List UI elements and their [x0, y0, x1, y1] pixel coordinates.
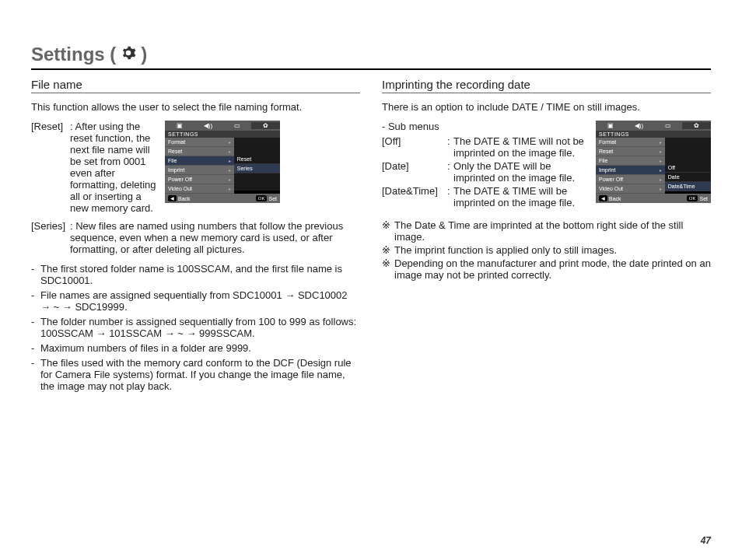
sub-text-off: The DATE & TIME will not be imprinted on…: [453, 135, 591, 159]
menu-sub-item: [234, 146, 280, 155]
menu-main-list: Format▸ Reset▸ File▸ Imprint▸ Power Off▸…: [596, 138, 665, 194]
chevron-right-icon: ▸: [660, 177, 662, 182]
def-label-reset: [Reset]: [31, 121, 70, 214]
back-key-icon: ◀: [168, 195, 177, 201]
menu-tabs: ▣ ◀)) ▭ ✿: [165, 121, 280, 131]
gear-icon: [121, 44, 136, 65]
menu-item: File▸: [596, 156, 665, 166]
display-icon: ▭: [222, 122, 251, 129]
menu-sub-item: [665, 146, 711, 155]
title-suffix: ): [141, 44, 147, 65]
display-icon: ▭: [653, 122, 682, 129]
camera-icon: ▣: [596, 122, 625, 129]
page-title-row: Settings ( ): [31, 44, 711, 70]
submenus-head: - Sub menus: [382, 121, 591, 132]
definitions-text: [Reset] : After using the reset function…: [31, 121, 160, 214]
menu-item: Power Off▸: [165, 175, 234, 184]
menu-sub-list: Off Date Date&Time: [665, 138, 711, 194]
chevron-right-icon: ▸: [660, 139, 662, 145]
sound-icon: ◀)): [194, 122, 222, 129]
imprint-submenus: - Sub menus [Off] : The DATE & TIME will…: [382, 121, 711, 210]
menu-sub-item: Date: [665, 173, 711, 182]
sub-text-date: Only the DATE will be imprinted on the i…: [453, 160, 591, 184]
menu-item-selected: Imprint▸: [596, 166, 665, 175]
imprint-intro: There is an option to include DATE / TIM…: [382, 101, 711, 113]
menu-tabs: ▣ ◀)) ▭ ✿: [596, 121, 711, 131]
title-prefix: Settings (: [31, 44, 116, 65]
note: Depending on the manufacturer and print …: [394, 257, 711, 281]
filename-intro: This function allows the user to select …: [31, 101, 360, 113]
menu-item: Format▸: [165, 138, 234, 147]
menu-item: Format▸: [596, 138, 665, 147]
bullet: The files used with the memory card conf…: [40, 357, 360, 392]
chevron-right-icon: ▸: [229, 149, 231, 154]
menu-item: Reset▸: [596, 147, 665, 156]
menu-back-label: Back: [609, 196, 621, 201]
page-title: Settings ( ): [31, 44, 147, 65]
chevron-right-icon: ▸: [660, 158, 662, 163]
note-marker-icon: ※: [382, 219, 394, 243]
menu-sub-item: [665, 155, 711, 163]
note-marker-icon: ※: [382, 244, 394, 256]
menu-sub-item-selected: Series: [234, 164, 280, 173]
chevron-right-icon: ▸: [229, 177, 231, 182]
sub-label-date: [Date]: [382, 160, 447, 184]
menu-set-label: Set: [268, 196, 277, 201]
menu-bottom-bar: ◀Back OKSet: [165, 194, 280, 203]
filename-definitions: [Reset] : After using the reset function…: [31, 121, 360, 214]
menu-header: SETTINGS: [596, 131, 711, 138]
section-heading-filename: File name: [31, 78, 360, 93]
menu-header: SETTINGS: [165, 131, 280, 138]
chevron-right-icon: ▸: [660, 167, 662, 173]
imprint-notes: ※The Date & Time are imprinted at the bo…: [382, 219, 711, 281]
menu-item-selected: File▸: [165, 156, 234, 166]
sound-icon: ◀)): [625, 122, 653, 129]
camera-icon: ▣: [165, 122, 194, 129]
bullet: Maximum numbers of files in a folder are…: [40, 342, 251, 354]
menu-item: Reset▸: [165, 147, 234, 156]
left-column: File name This function allows the user …: [31, 78, 360, 395]
menu-sub-item: [665, 138, 711, 146]
section-heading-imprint: Imprinting the recording date: [382, 78, 711, 93]
menu-sub-item: [234, 138, 280, 146]
menu-item: Imprint▸: [165, 166, 234, 175]
def-text-series: : New files are named using numbers that…: [70, 220, 360, 255]
menu-sub-item: Reset: [234, 155, 280, 164]
bullet: The folder number is assigned sequential…: [40, 316, 360, 339]
menu-screenshot-file: ▣ ◀)) ▭ ✿ SETTINGS Format▸ Reset▸ File▸ …: [165, 121, 280, 203]
right-column: Imprinting the recording date There is a…: [382, 78, 711, 395]
menu-sub-item: [234, 182, 280, 191]
page-number: 47: [701, 535, 711, 546]
chevron-right-icon: ▸: [660, 149, 662, 154]
gear-icon: ✿: [251, 122, 280, 129]
note-marker-icon: ※: [382, 257, 394, 281]
sub-label-datetime: [Date&Time]: [382, 185, 447, 208]
menu-bottom-bar: ◀Back OKSet: [596, 194, 711, 203]
filename-bullets: -The first stored folder name is 100SSCA…: [31, 263, 360, 392]
bullet: File names are assigned sequentially fro…: [40, 289, 360, 313]
note: The imprint function is applied only to …: [394, 244, 617, 256]
menu-item: Power Off▸: [596, 175, 665, 184]
chevron-right-icon: ▸: [229, 158, 231, 163]
gear-icon: ✿: [682, 122, 711, 129]
note: The Date & Time are imprinted at the bot…: [394, 219, 711, 243]
chevron-right-icon: ▸: [660, 186, 662, 191]
back-key-icon: ◀: [599, 195, 607, 201]
chevron-right-icon: ▸: [229, 167, 231, 173]
menu-sub-list: Reset Series: [234, 138, 280, 194]
menu-screenshot-imprint: ▣ ◀)) ▭ ✿ SETTINGS Format▸ Reset▸ File▸ …: [596, 121, 711, 203]
chevron-right-icon: ▸: [229, 139, 231, 145]
menu-sub-item: [234, 173, 280, 182]
ok-key-icon: OK: [256, 195, 268, 201]
menu-item: Video Out▸: [165, 184, 234, 194]
sub-text-datetime: The DATE & TIME will be imprinted on the…: [453, 185, 591, 208]
menu-back-label: Back: [178, 196, 191, 201]
manual-page: Settings ( ) File name This function all…: [0, 0, 742, 560]
menu-item: Video Out▸: [596, 184, 665, 194]
def-label-series: [Series]: [31, 220, 70, 255]
sub-label-off: [Off]: [382, 135, 447, 159]
menu-sub-item: Off: [665, 163, 711, 173]
menu-main-list: Format▸ Reset▸ File▸ Imprint▸ Power Off▸…: [165, 138, 234, 194]
menu-sub-item-selected: Date&Time: [665, 182, 711, 191]
def-text-reset: : After using the reset function, the ne…: [70, 121, 160, 214]
